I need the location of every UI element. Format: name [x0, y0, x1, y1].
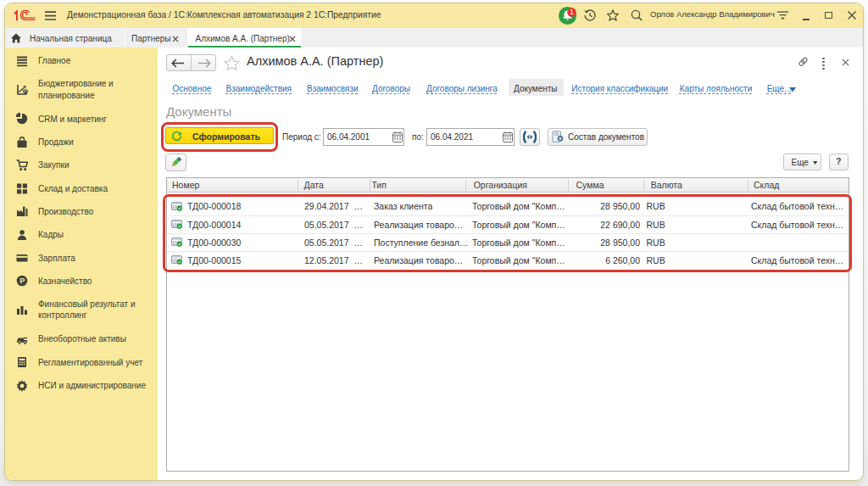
- svg-text:1: 1: [570, 8, 574, 16]
- svg-text:Р: Р: [19, 277, 25, 286]
- svg-text:Р: Р: [24, 88, 27, 93]
